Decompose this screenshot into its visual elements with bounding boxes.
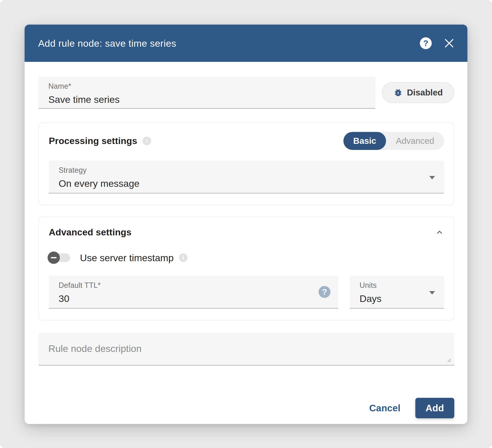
dialog-actions: Cancel Add	[39, 398, 454, 418]
chevron-down-icon	[429, 291, 435, 295]
cancel-button[interactable]: Cancel	[368, 399, 402, 417]
toggle-off-thumb-icon	[48, 251, 60, 264]
server-timestamp-label: Use server timestamp	[80, 252, 174, 263]
close-icon	[444, 38, 455, 49]
server-timestamp-toggle[interactable]	[49, 253, 70, 262]
description-textarea[interactable]	[39, 333, 454, 365]
advanced-settings-header: Advanced settings	[49, 226, 444, 239]
strategy-value: On every message	[59, 178, 434, 189]
dialog-body: Name* Disabled Processing settings i Bas…	[25, 62, 467, 424]
units-label: Units	[359, 281, 434, 290]
ttl-help-icon[interactable]: ?	[318, 286, 330, 298]
name-row: Name* Disabled	[39, 77, 454, 109]
debug-chip-label: Disabled	[407, 88, 443, 98]
advanced-settings-title: Advanced settings	[49, 227, 132, 238]
info-icon: i	[143, 137, 151, 145]
chevron-up-icon	[435, 228, 444, 237]
chevron-down-icon	[429, 176, 435, 179]
segment-basic[interactable]: Basic	[343, 132, 386, 150]
units-select[interactable]: Units Days	[350, 276, 444, 309]
description-field	[39, 333, 454, 365]
dialog-title: Add rule node: save time series	[38, 38, 176, 49]
strategy-label: Strategy	[59, 166, 434, 175]
add-rule-node-dialog: Add rule node: save time series ? Name*	[25, 25, 467, 424]
bug-icon	[393, 88, 403, 97]
collapse-section-button[interactable]	[435, 228, 444, 237]
strategy-select[interactable]: Strategy On every message	[49, 161, 444, 193]
default-ttl-input[interactable]	[59, 293, 328, 304]
processing-settings-card: Processing settings i Basic Advanced Str…	[39, 122, 454, 205]
processing-type-toggle: Basic Advanced	[343, 132, 444, 150]
ttl-row: Default TTL* ? Units Days	[49, 276, 444, 309]
default-ttl-label: Default TTL*	[59, 281, 328, 290]
add-button[interactable]: Add	[415, 398, 454, 418]
help-icon: ?	[420, 37, 432, 49]
dialog-header: Add rule node: save time series ?	[25, 25, 467, 62]
screen-background: Add rule node: save time series ? Name*	[0, 0, 492, 448]
help-button[interactable]: ?	[420, 37, 432, 49]
header-actions: ?	[420, 37, 455, 49]
units-value: Days	[359, 293, 434, 304]
name-field-label: Name*	[48, 82, 366, 90]
processing-settings-header: Processing settings i Basic Advanced	[49, 132, 444, 150]
default-ttl-field: Default TTL* ?	[49, 276, 338, 309]
close-button[interactable]	[444, 38, 455, 49]
server-timestamp-row: Use server timestamp i	[49, 251, 444, 264]
segment-advanced[interactable]: Advanced	[386, 132, 444, 150]
name-input[interactable]	[48, 94, 366, 105]
resize-handle-icon[interactable]	[445, 357, 451, 363]
processing-settings-title: Processing settings	[49, 136, 137, 146]
name-field: Name*	[39, 77, 375, 109]
advanced-settings-card: Advanced settings Use server timestamp i	[39, 217, 454, 320]
info-icon: i	[179, 253, 188, 262]
debug-status-chip[interactable]: Disabled	[382, 82, 454, 103]
